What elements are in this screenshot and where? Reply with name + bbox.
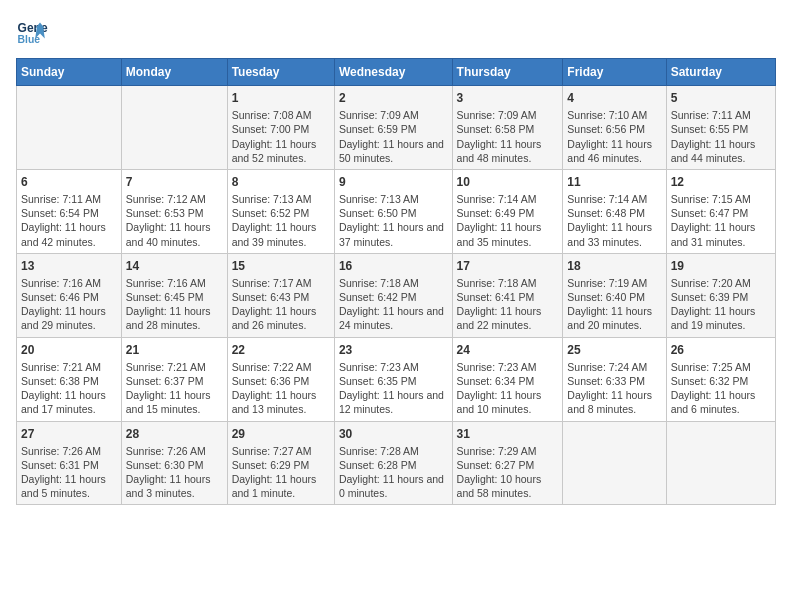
day-number: 26 bbox=[671, 342, 771, 358]
calendar-week-row: 6Sunrise: 7:11 AM Sunset: 6:54 PM Daylig… bbox=[17, 169, 776, 253]
calendar-cell: 15Sunrise: 7:17 AM Sunset: 6:43 PM Dayli… bbox=[227, 253, 334, 337]
logo: General Blue bbox=[16, 16, 48, 48]
calendar-cell: 31Sunrise: 7:29 AM Sunset: 6:27 PM Dayli… bbox=[452, 421, 563, 505]
cell-content: Sunrise: 7:21 AM Sunset: 6:37 PM Dayligh… bbox=[126, 360, 223, 417]
cell-content: Sunrise: 7:17 AM Sunset: 6:43 PM Dayligh… bbox=[232, 276, 330, 333]
calendar-body: 1Sunrise: 7:08 AM Sunset: 7:00 PM Daylig… bbox=[17, 86, 776, 505]
calendar-cell bbox=[121, 86, 227, 170]
cell-content: Sunrise: 7:26 AM Sunset: 6:30 PM Dayligh… bbox=[126, 444, 223, 501]
cell-content: Sunrise: 7:11 AM Sunset: 6:54 PM Dayligh… bbox=[21, 192, 117, 249]
day-number: 24 bbox=[457, 342, 559, 358]
day-number: 3 bbox=[457, 90, 559, 106]
day-number: 16 bbox=[339, 258, 448, 274]
day-number: 19 bbox=[671, 258, 771, 274]
cell-content: Sunrise: 7:10 AM Sunset: 6:56 PM Dayligh… bbox=[567, 108, 661, 165]
day-number: 25 bbox=[567, 342, 661, 358]
calendar-cell: 2Sunrise: 7:09 AM Sunset: 6:59 PM Daylig… bbox=[334, 86, 452, 170]
day-number: 7 bbox=[126, 174, 223, 190]
calendar-cell: 8Sunrise: 7:13 AM Sunset: 6:52 PM Daylig… bbox=[227, 169, 334, 253]
day-number: 5 bbox=[671, 90, 771, 106]
calendar-cell: 16Sunrise: 7:18 AM Sunset: 6:42 PM Dayli… bbox=[334, 253, 452, 337]
header-cell: Friday bbox=[563, 59, 666, 86]
cell-content: Sunrise: 7:13 AM Sunset: 6:52 PM Dayligh… bbox=[232, 192, 330, 249]
day-number: 9 bbox=[339, 174, 448, 190]
calendar-cell: 13Sunrise: 7:16 AM Sunset: 6:46 PM Dayli… bbox=[17, 253, 122, 337]
calendar-cell: 19Sunrise: 7:20 AM Sunset: 6:39 PM Dayli… bbox=[666, 253, 775, 337]
calendar-week-row: 27Sunrise: 7:26 AM Sunset: 6:31 PM Dayli… bbox=[17, 421, 776, 505]
day-number: 30 bbox=[339, 426, 448, 442]
cell-content: Sunrise: 7:26 AM Sunset: 6:31 PM Dayligh… bbox=[21, 444, 117, 501]
calendar-cell: 10Sunrise: 7:14 AM Sunset: 6:49 PM Dayli… bbox=[452, 169, 563, 253]
calendar-cell: 12Sunrise: 7:15 AM Sunset: 6:47 PM Dayli… bbox=[666, 169, 775, 253]
day-number: 18 bbox=[567, 258, 661, 274]
page-header: General Blue bbox=[16, 16, 776, 48]
cell-content: Sunrise: 7:09 AM Sunset: 6:58 PM Dayligh… bbox=[457, 108, 559, 165]
cell-content: Sunrise: 7:28 AM Sunset: 6:28 PM Dayligh… bbox=[339, 444, 448, 501]
day-number: 15 bbox=[232, 258, 330, 274]
cell-content: Sunrise: 7:23 AM Sunset: 6:34 PM Dayligh… bbox=[457, 360, 559, 417]
calendar-cell: 30Sunrise: 7:28 AM Sunset: 6:28 PM Dayli… bbox=[334, 421, 452, 505]
day-number: 4 bbox=[567, 90, 661, 106]
cell-content: Sunrise: 7:16 AM Sunset: 6:45 PM Dayligh… bbox=[126, 276, 223, 333]
calendar-cell bbox=[563, 421, 666, 505]
day-number: 22 bbox=[232, 342, 330, 358]
day-number: 28 bbox=[126, 426, 223, 442]
calendar-cell: 17Sunrise: 7:18 AM Sunset: 6:41 PM Dayli… bbox=[452, 253, 563, 337]
logo-icon: General Blue bbox=[16, 16, 48, 48]
day-number: 27 bbox=[21, 426, 117, 442]
calendar-cell: 7Sunrise: 7:12 AM Sunset: 6:53 PM Daylig… bbox=[121, 169, 227, 253]
day-number: 14 bbox=[126, 258, 223, 274]
calendar-cell: 1Sunrise: 7:08 AM Sunset: 7:00 PM Daylig… bbox=[227, 86, 334, 170]
calendar-week-row: 20Sunrise: 7:21 AM Sunset: 6:38 PM Dayli… bbox=[17, 337, 776, 421]
cell-content: Sunrise: 7:14 AM Sunset: 6:48 PM Dayligh… bbox=[567, 192, 661, 249]
calendar-cell: 11Sunrise: 7:14 AM Sunset: 6:48 PM Dayli… bbox=[563, 169, 666, 253]
day-number: 6 bbox=[21, 174, 117, 190]
day-number: 31 bbox=[457, 426, 559, 442]
calendar-cell: 21Sunrise: 7:21 AM Sunset: 6:37 PM Dayli… bbox=[121, 337, 227, 421]
calendar-cell: 6Sunrise: 7:11 AM Sunset: 6:54 PM Daylig… bbox=[17, 169, 122, 253]
cell-content: Sunrise: 7:20 AM Sunset: 6:39 PM Dayligh… bbox=[671, 276, 771, 333]
cell-content: Sunrise: 7:18 AM Sunset: 6:42 PM Dayligh… bbox=[339, 276, 448, 333]
day-number: 2 bbox=[339, 90, 448, 106]
day-number: 10 bbox=[457, 174, 559, 190]
cell-content: Sunrise: 7:24 AM Sunset: 6:33 PM Dayligh… bbox=[567, 360, 661, 417]
day-number: 12 bbox=[671, 174, 771, 190]
day-number: 23 bbox=[339, 342, 448, 358]
calendar-cell: 18Sunrise: 7:19 AM Sunset: 6:40 PM Dayli… bbox=[563, 253, 666, 337]
day-number: 20 bbox=[21, 342, 117, 358]
calendar-cell: 4Sunrise: 7:10 AM Sunset: 6:56 PM Daylig… bbox=[563, 86, 666, 170]
calendar-cell: 23Sunrise: 7:23 AM Sunset: 6:35 PM Dayli… bbox=[334, 337, 452, 421]
day-number: 8 bbox=[232, 174, 330, 190]
calendar-cell: 5Sunrise: 7:11 AM Sunset: 6:55 PM Daylig… bbox=[666, 86, 775, 170]
calendar-cell: 14Sunrise: 7:16 AM Sunset: 6:45 PM Dayli… bbox=[121, 253, 227, 337]
header-cell: Tuesday bbox=[227, 59, 334, 86]
calendar-cell: 28Sunrise: 7:26 AM Sunset: 6:30 PM Dayli… bbox=[121, 421, 227, 505]
calendar-cell: 25Sunrise: 7:24 AM Sunset: 6:33 PM Dayli… bbox=[563, 337, 666, 421]
cell-content: Sunrise: 7:23 AM Sunset: 6:35 PM Dayligh… bbox=[339, 360, 448, 417]
day-number: 13 bbox=[21, 258, 117, 274]
cell-content: Sunrise: 7:11 AM Sunset: 6:55 PM Dayligh… bbox=[671, 108, 771, 165]
header-row: SundayMondayTuesdayWednesdayThursdayFrid… bbox=[17, 59, 776, 86]
calendar-cell: 22Sunrise: 7:22 AM Sunset: 6:36 PM Dayli… bbox=[227, 337, 334, 421]
calendar-cell: 26Sunrise: 7:25 AM Sunset: 6:32 PM Dayli… bbox=[666, 337, 775, 421]
header-cell: Thursday bbox=[452, 59, 563, 86]
cell-content: Sunrise: 7:16 AM Sunset: 6:46 PM Dayligh… bbox=[21, 276, 117, 333]
cell-content: Sunrise: 7:14 AM Sunset: 6:49 PM Dayligh… bbox=[457, 192, 559, 249]
calendar-week-row: 1Sunrise: 7:08 AM Sunset: 7:00 PM Daylig… bbox=[17, 86, 776, 170]
cell-content: Sunrise: 7:18 AM Sunset: 6:41 PM Dayligh… bbox=[457, 276, 559, 333]
cell-content: Sunrise: 7:19 AM Sunset: 6:40 PM Dayligh… bbox=[567, 276, 661, 333]
header-cell: Saturday bbox=[666, 59, 775, 86]
cell-content: Sunrise: 7:15 AM Sunset: 6:47 PM Dayligh… bbox=[671, 192, 771, 249]
day-number: 1 bbox=[232, 90, 330, 106]
cell-content: Sunrise: 7:13 AM Sunset: 6:50 PM Dayligh… bbox=[339, 192, 448, 249]
calendar-cell bbox=[666, 421, 775, 505]
header-cell: Monday bbox=[121, 59, 227, 86]
calendar-cell: 24Sunrise: 7:23 AM Sunset: 6:34 PM Dayli… bbox=[452, 337, 563, 421]
day-number: 17 bbox=[457, 258, 559, 274]
cell-content: Sunrise: 7:29 AM Sunset: 6:27 PM Dayligh… bbox=[457, 444, 559, 501]
calendar-week-row: 13Sunrise: 7:16 AM Sunset: 6:46 PM Dayli… bbox=[17, 253, 776, 337]
calendar-cell: 29Sunrise: 7:27 AM Sunset: 6:29 PM Dayli… bbox=[227, 421, 334, 505]
header-cell: Sunday bbox=[17, 59, 122, 86]
cell-content: Sunrise: 7:25 AM Sunset: 6:32 PM Dayligh… bbox=[671, 360, 771, 417]
calendar-cell bbox=[17, 86, 122, 170]
